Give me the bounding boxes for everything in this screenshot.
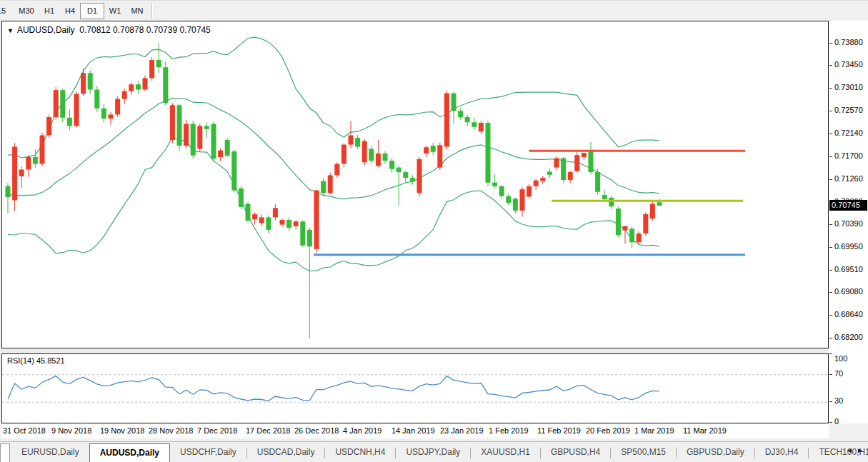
- rsi-axis-label: 0: [834, 417, 839, 426]
- candlestick-svg: [2, 21, 828, 348]
- rsi-axis-tick: [829, 422, 832, 423]
- price-axis-tick: [829, 179, 832, 180]
- chart-symbol-label: AUDUSD,Daily: [17, 25, 75, 35]
- date-axis-label: 1 Mar 2019: [634, 426, 674, 435]
- tab-eurusd-daily[interactable]: EURUSD,Daily: [11, 443, 89, 462]
- rsi-axis-label: 30: [834, 396, 843, 405]
- tab-xauusd-h1[interactable]: XAUUSD,H1: [471, 443, 540, 462]
- price-axis-label: 0.71260: [834, 174, 863, 183]
- price-axis-tick: [829, 338, 832, 338]
- mt4-window: 15M30H1H4D1W1MN ▼AUDUSD,Daily 0.70812 0.…: [0, 0, 868, 462]
- tab-gbpusd-h4[interactable]: GBPUSD,H4: [541, 443, 610, 462]
- price-axis-tick: [829, 247, 832, 248]
- rsi-panel[interactable]: RSI(14) 45.8521: [1, 353, 829, 423]
- price-axis-tick: [829, 292, 832, 293]
- tab-dj30-h4[interactable]: DJ30,H4: [755, 443, 809, 462]
- date-axis-label: 23 Jan 2019: [440, 426, 484, 435]
- price-axis-tick: [829, 134, 832, 134]
- rsi-axis-label: 100: [834, 354, 847, 363]
- timeframe-button-h4[interactable]: H4: [60, 3, 80, 19]
- tab-audusd-daily[interactable]: AUDUSD,Daily: [89, 443, 170, 462]
- tab-usdcnh-h4[interactable]: USDCNH,H4: [325, 443, 395, 462]
- tab-gbpusd-daily[interactable]: GBPUSD,Daily: [677, 443, 754, 462]
- price-axis-label: 0.73010: [834, 83, 863, 91]
- price-axis-label: 0.69950: [834, 242, 863, 251]
- tab-sp500-m15[interactable]: SP500,M15: [611, 443, 676, 462]
- price-chart[interactable]: ▼AUDUSD,Daily 0.70812 0.70878 0.70739 0.…: [1, 21, 829, 348]
- price-axis-tick: [829, 224, 832, 225]
- date-axis-label: 28 Nov 2018: [149, 426, 193, 435]
- timeframe-button-h1[interactable]: H1: [39, 3, 60, 19]
- date-axis-label: 19 Nov 2018: [100, 426, 144, 435]
- price-axis-label: 0.69080: [834, 287, 863, 296]
- price-axis-tick: [829, 111, 832, 111]
- price-axis[interactable]: 0.738800.734500.730100.725700.721400.717…: [829, 21, 868, 423]
- price-axis-label: 0.68640: [834, 310, 863, 318]
- date-axis-label: 4 Jan 2019: [343, 426, 381, 435]
- tab-scroll-right-icon[interactable]: ►: [857, 446, 864, 454]
- chart-tab-bar: EURUSD,DailyAUDUSD,DailyUSDCHF,DailyUSDC…: [0, 441, 868, 462]
- timeframe-toolbar: 15M30H1H4D1W1MN: [0, 0, 868, 22]
- tab-usdchf-daily[interactable]: USDCHF,Daily: [170, 443, 246, 462]
- date-axis-label: 11 Mar 2019: [683, 426, 727, 435]
- date-axis-label: 26 Dec 2018: [294, 426, 339, 435]
- price-axis-label: 0.70390: [834, 219, 863, 228]
- price-axis-label: 0.73450: [834, 60, 863, 69]
- price-axis-label: 0.72570: [834, 106, 863, 114]
- timeframe-button-w1[interactable]: W1: [104, 3, 126, 19]
- price-axis-label: 0.68200: [834, 333, 863, 341]
- tab-edge-sliver: [0, 443, 10, 462]
- rsi-axis-tick: [829, 401, 832, 402]
- price-axis-tick: [829, 65, 832, 66]
- timeframe-button-15[interactable]: 15: [0, 3, 13, 19]
- rsi-svg: [2, 354, 828, 423]
- collapse-arrow-icon[interactable]: ▼: [7, 27, 14, 34]
- date-axis-label: 31 Oct 2018: [3, 426, 46, 435]
- timeframe-button-m30[interactable]: M30: [14, 3, 39, 19]
- price-axis-label: 0.71700: [834, 151, 863, 160]
- tab-scroll-left-icon[interactable]: ◄: [846, 446, 853, 454]
- timeframe-button-d1[interactable]: D1: [80, 3, 104, 19]
- price-axis-tick: [829, 315, 832, 316]
- rsi-axis-label: 70: [834, 369, 843, 378]
- chart-ohlc-values: 0.70812 0.70878 0.70739 0.70745: [79, 25, 211, 35]
- tab-strip: EURUSD,DailyAUDUSD,DailyUSDCHF,DailyUSDC…: [0, 443, 868, 462]
- price-axis-tick: [829, 43, 832, 44]
- date-axis-label: 14 Jan 2019: [391, 426, 435, 435]
- chart-title: ▼AUDUSD,Daily 0.70812 0.70878 0.70739 0.…: [7, 25, 211, 35]
- panel-splitter[interactable]: [1, 348, 829, 353]
- price-axis-label: 0.69510: [834, 265, 863, 273]
- tab-usdjpy-daily[interactable]: USDJPY,Daily: [396, 443, 470, 462]
- price-axis-tick: [829, 270, 832, 271]
- rsi-indicator-label: RSI(14) 45.8521: [7, 356, 65, 365]
- toolbar-separator-highlight: [152, 3, 153, 19]
- price-axis-tick: [829, 156, 832, 157]
- date-axis-label: 9 Nov 2018: [51, 426, 91, 435]
- date-axis-label: 1 Feb 2019: [489, 426, 529, 435]
- timeframe-button-mn[interactable]: MN: [126, 3, 149, 19]
- rsi-axis-tick: [829, 353, 832, 354]
- date-axis[interactable]: 31 Oct 20189 Nov 201819 Nov 201828 Nov 2…: [1, 424, 829, 438]
- price-axis-label: 0.73880: [834, 38, 863, 46]
- tab-usdcad-daily[interactable]: USDCAD,Daily: [247, 443, 325, 462]
- price-axis-label: 0.72140: [834, 129, 863, 137]
- current-price-tag: 0.70745: [829, 200, 867, 211]
- date-axis-label: 17 Dec 2018: [246, 426, 290, 435]
- rsi-axis-tick: [829, 374, 832, 375]
- date-axis-label: 11 Feb 2019: [537, 426, 581, 435]
- date-axis-label: 7 Dec 2018: [197, 426, 237, 435]
- date-axis-label: 20 Feb 2019: [586, 426, 630, 435]
- price-axis-tick: [829, 88, 832, 89]
